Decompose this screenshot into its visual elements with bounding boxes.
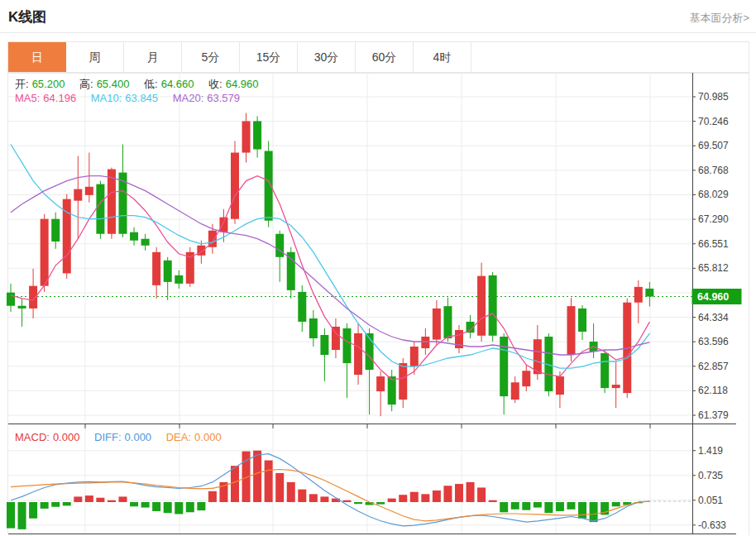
tab-week[interactable]: 周 <box>66 42 124 72</box>
kline-chart-canvas[interactable]: 70.98570.24669.50768.76868.02967.29066.5… <box>0 73 756 536</box>
tab-5min[interactable]: 5分 <box>182 42 240 72</box>
diff-label: DIFF: <box>94 431 122 443</box>
header: K线图 基本面分析> <box>0 0 756 33</box>
ma10-label: MA10: <box>91 92 122 104</box>
tab-4hour[interactable]: 4时 <box>414 42 471 72</box>
svg-text:66.551: 66.551 <box>698 238 729 250</box>
period-tabbar: 日 周 月 5分 15分 30分 60分 4时 <box>7 41 749 73</box>
ma20-label: MA20: <box>173 92 204 104</box>
svg-text:61.379: 61.379 <box>698 409 729 421</box>
tab-30min[interactable]: 30分 <box>298 42 356 72</box>
ma10-value: 63.845 <box>125 92 158 104</box>
tab-day[interactable]: 日 <box>8 42 66 72</box>
diff-value: 0.000 <box>125 431 152 443</box>
svg-text:68.768: 68.768 <box>698 165 729 176</box>
open-label: 开: <box>15 78 29 90</box>
svg-text:63.596: 63.596 <box>698 336 729 347</box>
ma5-label: MA5: <box>15 92 40 104</box>
svg-text:68.029: 68.029 <box>698 189 729 200</box>
close-label: 收: <box>208 78 222 90</box>
svg-text:70.246: 70.246 <box>698 116 729 127</box>
low-value: 64.660 <box>161 78 194 90</box>
tab-15min[interactable]: 15分 <box>240 42 298 72</box>
svg-text:65.812: 65.812 <box>698 262 729 274</box>
page-title: K线图 <box>8 7 46 26</box>
tab-month[interactable]: 月 <box>124 42 182 72</box>
kline-page: { "header": { "title": "K线图", "link": "基… <box>0 0 756 536</box>
low-label: 低: <box>144 78 158 90</box>
ma20-value: 63.579 <box>207 92 240 104</box>
ohlc-legend: 开:65.200 高:65.400 低:64.660 收:64.960 <box>15 77 261 92</box>
svg-text:67.290: 67.290 <box>698 213 729 225</box>
high-value: 65.400 <box>97 78 130 90</box>
macd-value: 0.000 <box>53 431 80 443</box>
dea-label: DEA: <box>166 431 191 443</box>
svg-text:0.735: 0.735 <box>698 470 723 481</box>
svg-text:-0.633: -0.633 <box>698 519 726 531</box>
svg-text:64.960: 64.960 <box>697 291 729 303</box>
ma5-value: 64.196 <box>43 92 76 104</box>
svg-text:0.051: 0.051 <box>698 495 723 506</box>
svg-text:69.507: 69.507 <box>698 140 729 151</box>
ma-legend: MA5:64.196 MA10:63.845 MA20:63.579 <box>15 92 243 104</box>
fundamental-analysis-link[interactable]: 基本面分析> <box>689 11 749 26</box>
svg-text:70.985: 70.985 <box>698 91 729 103</box>
svg-text:62.118: 62.118 <box>698 385 728 396</box>
macd-legend: MACD:0.000 DIFF:0.000 DEA:0.000 <box>15 431 225 443</box>
close-value: 64.960 <box>226 78 259 90</box>
macd-label: MACD: <box>15 431 50 443</box>
svg-text:64.334: 64.334 <box>698 312 729 323</box>
tab-60min[interactable]: 60分 <box>356 42 414 72</box>
svg-text:1.419: 1.419 <box>698 445 723 457</box>
high-label: 高: <box>79 78 93 90</box>
dea-value: 0.000 <box>194 431 222 443</box>
open-value: 65.200 <box>32 78 65 90</box>
svg-text:62.857: 62.857 <box>698 361 729 372</box>
